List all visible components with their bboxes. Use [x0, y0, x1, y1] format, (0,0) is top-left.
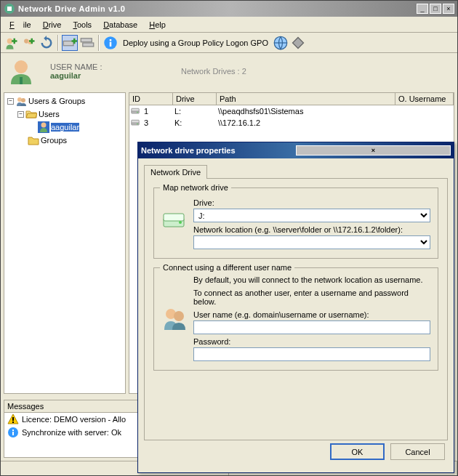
table-row[interactable]: 3 K: \\172.16.1.2 [129, 117, 454, 129]
tabstrip: Network Drive [144, 164, 448, 179]
tree-panel: − Users & Groups − Users aaguilar Groups [4, 92, 126, 394]
drives-button[interactable] [79, 35, 95, 51]
maximize-button[interactable]: □ [430, 4, 441, 14]
location-select[interactable] [193, 235, 430, 249]
toolbar: Deploy using a Group Policy Logon GPO [1, 33, 457, 53]
drive-icon [129, 118, 141, 128]
tree-users-label: Users [39, 110, 60, 118]
menubar: File Drive Tools Database Help [1, 17, 457, 33]
username-input[interactable] [193, 320, 430, 334]
deploy-label: Deploy using a Group Policy Logon GPO [123, 39, 268, 47]
message-text: Licence: DEMO version - Allo [22, 415, 126, 424]
tree-user-selected[interactable]: aaguilar [6, 121, 124, 134]
folder-icon [28, 134, 39, 146]
deploy-globe-button[interactable] [273, 35, 289, 51]
cell-drive: K: [172, 118, 215, 128]
connect-as-group: Connect using a different user name By d… [153, 267, 438, 371]
tab-network-drive[interactable]: Network Drive [144, 165, 207, 179]
menu-tools[interactable]: Tools [68, 19, 96, 31]
tree-groups[interactable]: Groups [6, 134, 124, 147]
tree-groups-label: Groups [41, 136, 67, 145]
user-header: USER NAME : aaguilar Network Drives : 2 [1, 53, 457, 89]
dialog-close-button[interactable]: × [296, 145, 451, 156]
add-user-button[interactable] [4, 35, 20, 51]
deploy-wizard-button[interactable] [290, 35, 306, 51]
col-ouser[interactable]: O. Username [395, 93, 454, 105]
tree-users[interactable]: − Users [6, 108, 124, 121]
cell-path: \\peaqdhsfs01\Sistemas [215, 106, 454, 116]
menu-file[interactable]: File [5, 19, 36, 31]
map-drive-group: Map network drive Drive: J: Network loca… [153, 187, 438, 259]
ok-button[interactable]: OK [330, 443, 385, 460]
drives-count-value: 2 [242, 67, 246, 76]
users-groups-icon [15, 95, 27, 107]
two-users-icon [161, 275, 188, 361]
connect-as-legend: Connect using a different user name [160, 263, 294, 272]
main-titlebar: Network Drive Admin v1.0 _ □ × [1, 1, 457, 17]
add-drive-button[interactable] [62, 35, 78, 51]
map-drive-legend: Map network drive [160, 183, 231, 192]
collapse-icon[interactable]: − [17, 111, 24, 118]
menu-drive[interactable]: Drive [39, 19, 66, 31]
menu-help[interactable]: Help [145, 19, 170, 31]
refresh-button[interactable] [39, 35, 55, 51]
toolbar-separator [57, 35, 59, 51]
menu-database[interactable]: Database [99, 19, 142, 31]
avatar [7, 57, 36, 86]
col-drive[interactable]: Drive [173, 93, 217, 105]
cell-drive: L: [172, 106, 215, 116]
password-input[interactable] [193, 347, 430, 361]
drive-properties-dialog: Network drive properties × Network Drive… [137, 142, 454, 473]
cell-id: 3 [141, 118, 172, 128]
warning-icon [7, 414, 19, 425]
minimize-button[interactable]: _ [417, 4, 428, 14]
collapse-icon[interactable]: − [7, 98, 14, 105]
cancel-button[interactable]: Cancel [390, 443, 445, 460]
drives-count-label: Network Drives : [181, 67, 240, 76]
drive-select[interactable]: J: [193, 209, 430, 222]
password-label: Password: [193, 337, 430, 346]
location-label: Network location (e.g. \\server\folder o… [193, 225, 430, 234]
add-group-button[interactable] [21, 35, 37, 51]
table-row[interactable]: 1 L: \\peaqdhsfs01\Sistemas [129, 105, 454, 117]
username-label: User name (e.g. domain\username or usern… [193, 310, 430, 319]
map-drive-icon [161, 195, 188, 249]
deploy-info-button[interactable] [103, 35, 118, 51]
drive-label: Drive: [193, 198, 430, 207]
toolbar-separator [98, 35, 100, 51]
grid-header: ID Drive Path O. Username [129, 93, 454, 105]
cell-path: \\172.16.1.2 [215, 118, 454, 128]
drive-icon [129, 106, 141, 116]
dialog-titlebar: Network drive properties × [138, 142, 454, 158]
username-value: aaguilar [50, 71, 181, 80]
dialog-title: Network drive properties [141, 146, 294, 155]
folder-open-icon [25, 108, 37, 120]
tab-panel: Map network drive Drive: J: Network loca… [144, 179, 448, 440]
tree-root[interactable]: − Users & Groups [6, 94, 124, 108]
col-path[interactable]: Path [217, 93, 395, 105]
connect-help-2: To connect as another user, enter a user… [193, 289, 430, 306]
app-icon [4, 3, 15, 15]
username-label: USER NAME : [50, 62, 181, 71]
close-button[interactable]: × [443, 4, 454, 14]
message-text: Synchronize with server: Ok [22, 428, 121, 437]
info-icon [7, 427, 19, 438]
window-title: Network Drive Admin v1.0 [18, 4, 415, 13]
connect-help-1: By default, you will connect to the netw… [193, 275, 430, 284]
tree-user-label: aaguilar [51, 123, 79, 132]
user-icon [38, 121, 49, 133]
col-id[interactable]: ID [129, 93, 173, 105]
tree-root-label: Users & Groups [28, 97, 85, 105]
cell-id: 1 [141, 106, 172, 116]
